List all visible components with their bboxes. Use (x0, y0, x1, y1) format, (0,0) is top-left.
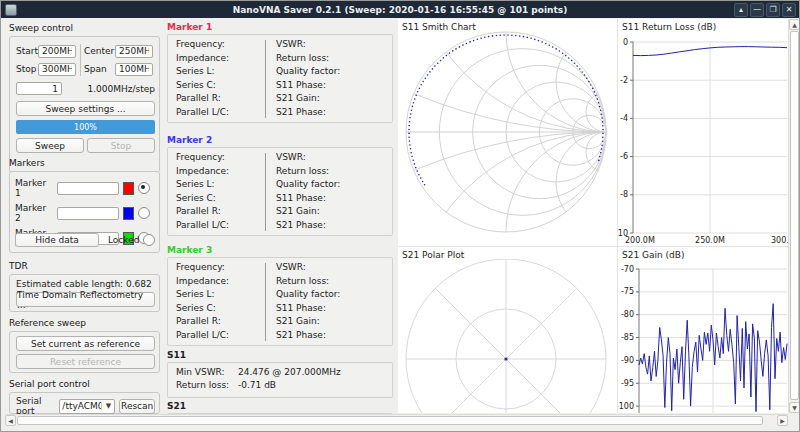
marker-field-label: Return loss: (276, 165, 340, 179)
s11-smith-chart[interactable]: S11 Smith Chart (398, 19, 618, 247)
s11-smith-chart-title: S11 Smith Chart (402, 22, 476, 32)
marker-field-label: S21 Phase: (276, 329, 340, 343)
marker-field-label: S21 Phase: (276, 219, 340, 233)
scroll-up-icon[interactable]: ▲ (789, 19, 800, 30)
marker-select-radio[interactable] (138, 207, 150, 219)
s21-gain-chart-body[interactable]: -70-75-80-85-90-95-100 (618, 247, 788, 413)
marker-detail-box: Frequency:Impedance:Series L:Series C:Pa… (167, 257, 393, 346)
sweep-progress-bar: 100% (16, 120, 155, 134)
marker-field-label: Quality factor: (276, 288, 340, 302)
start-label: Start (16, 46, 38, 56)
serial-port-value: /ttyACM0 (60, 401, 101, 411)
s21-gain-chart[interactable]: S21 Gain (dB) -70-75-80-85-90-95-100 (618, 247, 788, 413)
start-frequency-input[interactable] (38, 45, 76, 58)
horizontal-scrollbar[interactable]: ◀ ▶ (5, 414, 788, 425)
stop-frequency-input[interactable] (38, 63, 76, 76)
marker-field-label: Quality factor: (276, 65, 340, 79)
marker-field-label: Frequency: (176, 261, 265, 275)
stop-button: Stop (87, 138, 155, 153)
tdr-section-title: TDR (9, 261, 28, 271)
vertical-scrollbar[interactable]: ▲ ▼ (788, 19, 799, 413)
svg-text:-70: -70 (621, 265, 634, 274)
tdr-group: Estimated cable length: 0.682 m Time Dom… (9, 274, 160, 312)
hide-data-button[interactable]: Hide data (15, 233, 99, 247)
sweep-settings-button[interactable]: Sweep settings ... (16, 101, 155, 116)
svg-text:-8: -8 (620, 190, 628, 199)
marker-field-label: Series L: (176, 288, 265, 302)
center-frequency-input[interactable] (115, 45, 153, 58)
serial-port-select[interactable]: /ttyACM0 ▼ (59, 399, 115, 414)
marker-field-label: Quality factor: (276, 178, 340, 192)
step-size-text: 1.000MHz/step (87, 84, 155, 94)
chevron-down-icon: ▼ (101, 402, 114, 410)
s11-return-loss-value: -0.71 dB (238, 380, 392, 390)
sweep-control-section-title: Sweep control (9, 23, 73, 33)
marker-field-label: S21 Gain: (276, 92, 340, 106)
marker-field-label: Frequency: (176, 151, 265, 165)
s21-polar-plot[interactable]: S21 Polar Plot (398, 247, 618, 413)
s11-smith-chart-body[interactable] (398, 31, 617, 246)
locked-label: Locked (108, 235, 139, 245)
serial-port-label: Serial port (16, 396, 55, 416)
vertical-scrollbar-thumb[interactable] (790, 31, 799, 400)
s21-section-title: S21 (167, 401, 186, 411)
s11-return-loss-chart[interactable]: S11 Return Loss (dB) 0-2-4-6-8-10200.0M2… (618, 19, 788, 247)
segments-input[interactable] (16, 82, 62, 95)
svg-text:-85: -85 (621, 333, 634, 342)
svg-text:0: 0 (623, 38, 628, 47)
minimize-button[interactable]: — (750, 3, 764, 17)
markers-group: Marker 1Marker 2Marker 3 Hide data Locke… (9, 171, 160, 253)
app-window: NanoVNA Saver 0.2.1 (Sweep: 2020-01-16 1… (0, 0, 800, 432)
progress-value: 100% (74, 123, 97, 132)
s21-polar-plot-body[interactable] (398, 259, 617, 413)
marker-field-label: S21 Phase: (276, 106, 340, 120)
marker-frequency-input[interactable] (57, 207, 119, 220)
s21-polar-plot-title: S21 Polar Plot (402, 250, 464, 260)
marker-field-label: Impedance: (176, 275, 265, 289)
s11-return-loss-chart-body[interactable]: 0-2-4-6-8-10200.0M250.0M300.0M (618, 19, 788, 247)
marker-field-label: Series C: (176, 79, 265, 93)
marker-field-label: Parallel R: (176, 205, 265, 219)
svg-text:-80: -80 (621, 310, 634, 319)
set-reference-button[interactable]: Set current as reference (16, 336, 155, 351)
scroll-down-icon[interactable]: ▼ (789, 402, 800, 413)
marker-color-swatch[interactable] (123, 207, 134, 220)
marker-field-label: VSWR: (276, 38, 340, 52)
horizontal-scrollbar-thumb[interactable] (17, 416, 763, 425)
rescan-button[interactable]: Rescan (119, 399, 155, 414)
svg-text:-4: -4 (620, 114, 628, 123)
marker-color-swatch[interactable] (123, 182, 134, 195)
markers-section-title: Markers (9, 158, 45, 168)
s21-gain-chart-title: S21 Gain (dB) (622, 250, 685, 260)
title-bar[interactable]: NanoVNA Saver 0.2.1 (Sweep: 2020-01-16 1… (1, 1, 799, 18)
marker-data-panel: Marker 1Frequency:Impedance:Series L:Ser… (164, 19, 396, 414)
marker-field-label: Frequency: (176, 38, 265, 52)
marker-field-label: Series L: (176, 178, 265, 192)
s11-return-loss-label: Return loss: (176, 380, 238, 390)
marker-detail-box: Frequency:Impedance:Series L:Series C:Pa… (167, 34, 393, 123)
charts-area: S11 Smith Chart S11 Return Loss (dB) 0-2… (398, 19, 788, 413)
divider (80, 44, 81, 76)
tdr-button[interactable]: Time Domain Reflectometry ... (16, 292, 155, 307)
maximize-button[interactable]: ❐ (766, 3, 780, 17)
marker-field-label: S11 Phase: (276, 192, 340, 206)
serial-section-title: Serial port control (9, 379, 90, 389)
marker-frequency-input[interactable] (57, 182, 119, 195)
scroll-right-icon[interactable]: ▶ (777, 415, 788, 426)
marker-field-label: Parallel L/C: (176, 219, 265, 233)
marker-field-label: Parallel L/C: (176, 106, 265, 120)
sweep-button[interactable]: Sweep (16, 138, 84, 153)
marker-select-radio[interactable] (138, 182, 150, 194)
min-vswr-value: 24.476 @ 207.000MHz (238, 367, 392, 377)
marker-field-label: VSWR: (276, 151, 340, 165)
scroll-left-icon[interactable]: ◀ (5, 415, 16, 426)
span-frequency-input[interactable] (115, 63, 153, 76)
marker-row: Marker 2 (15, 203, 156, 223)
marker-field-label: S21 Gain: (276, 205, 340, 219)
locked-checkbox[interactable] (143, 234, 155, 246)
pin-window-button[interactable]: ▴ (734, 3, 748, 17)
close-button[interactable]: ✕ (782, 3, 796, 17)
span-label: Span (84, 64, 115, 74)
marker-detail-title: Marker 2 (167, 135, 212, 145)
marker-row-label: Marker 1 (15, 178, 53, 198)
